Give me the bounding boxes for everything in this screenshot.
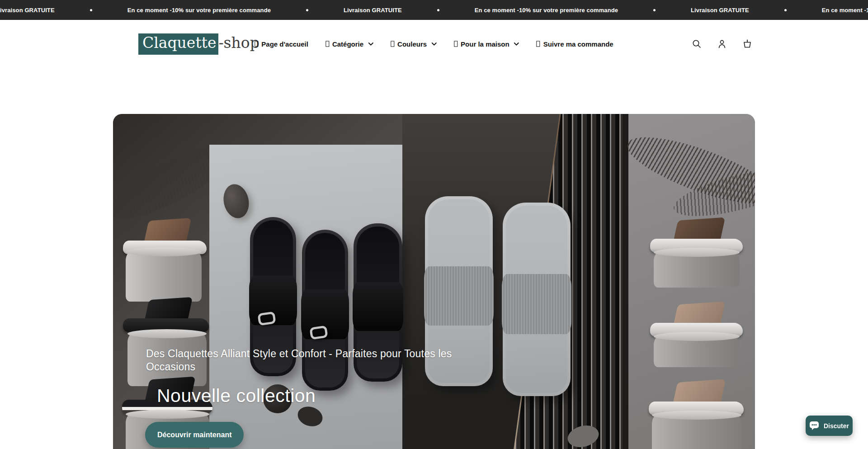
hero-subtitle: Des Claquettes Alliant Style et Confort …	[146, 347, 503, 374]
nav-item-suivre-ma-commande[interactable]: Suivre ma commande	[537, 40, 613, 48]
announcement-message: En ce moment -10% sur votre première com…	[127, 7, 271, 14]
chevron-down-icon	[368, 42, 373, 46]
slide-graphic-tan-right	[650, 298, 743, 336]
separator-dot	[784, 9, 787, 11]
announcement-bar: Livraison GRATUITEEn ce moment -10% sur …	[0, 0, 868, 20]
nav-item-label: Catégorie	[332, 40, 363, 48]
separator-dot	[437, 9, 439, 11]
missing-glyph-icon	[454, 41, 458, 47]
separator-dot	[653, 9, 656, 11]
slide-graphic-brown-right	[650, 214, 743, 252]
announcement-message: Livraison GRATUITE	[344, 7, 402, 14]
missing-glyph-icon	[326, 41, 329, 47]
announcement-message: Livraison GRATUITE	[0, 7, 55, 14]
nav-item-pour-la-maison[interactable]: Pour la maison	[454, 40, 519, 48]
header-icons	[689, 36, 755, 52]
account-icon	[717, 38, 727, 49]
cart-icon	[741, 38, 753, 50]
site-header: Claquette-shop Page d'accueilCatégorieCo…	[0, 20, 868, 68]
chevron-down-icon	[431, 42, 437, 46]
pedestal-decor	[654, 336, 740, 367]
slide-graphic-black-left	[123, 294, 209, 332]
chat-widget-button[interactable]: Discuter	[806, 416, 853, 436]
store-logo[interactable]: Claquette-shop	[138, 33, 259, 55]
search-button[interactable]	[689, 36, 704, 52]
missing-glyph-icon	[391, 41, 394, 47]
separator-dot	[306, 9, 308, 11]
pedestal-decor	[652, 414, 741, 449]
discover-now-button[interactable]: Découvrir maintenant	[145, 422, 244, 448]
account-button[interactable]	[714, 36, 730, 52]
chat-bubble-icon	[809, 421, 820, 430]
hero-title: Nouvelle collection	[157, 385, 316, 406]
announcement-marquee: Livraison GRATUITEEn ce moment -10% sur …	[0, 0, 868, 20]
nav-item-categorie[interactable]: Catégorie	[326, 40, 373, 48]
main-nav: Page d'accueilCatégorieCouleursPour la m…	[255, 40, 613, 48]
wall-divider-decor	[623, 114, 628, 449]
separator-dot	[90, 9, 92, 11]
announcement-message: En ce moment -10% sur votre première com…	[822, 7, 868, 14]
cart-button[interactable]	[740, 36, 755, 52]
nav-item-label: Couleurs	[397, 40, 427, 48]
nav-item-label: Suivre ma commande	[543, 40, 613, 48]
slide-graphic-gray-2	[503, 203, 571, 396]
hero-banner: Des Claquettes Alliant Style et Confort …	[113, 114, 755, 449]
missing-glyph-icon	[255, 41, 258, 47]
search-icon	[691, 38, 702, 49]
logo-highlight: Claquette	[138, 33, 218, 55]
nav-item-label: Page d'accueil	[261, 40, 308, 48]
nav-item-page-daccueil[interactable]: Page d'accueil	[255, 40, 308, 48]
nav-item-label: Pour la maison	[461, 40, 509, 48]
chevron-down-icon	[514, 42, 519, 46]
announcement-message: Livraison GRATUITE	[691, 7, 749, 14]
chat-widget-label: Discuter	[824, 422, 849, 430]
missing-glyph-icon	[537, 41, 540, 47]
nav-item-couleurs[interactable]: Couleurs	[391, 40, 437, 48]
announcement-message: En ce moment -10% sur votre première com…	[475, 7, 618, 14]
slide-graphic-tan-right-2	[649, 376, 744, 415]
logo-suffix: -shop	[218, 34, 259, 52]
pedestal-decor	[654, 251, 740, 288]
